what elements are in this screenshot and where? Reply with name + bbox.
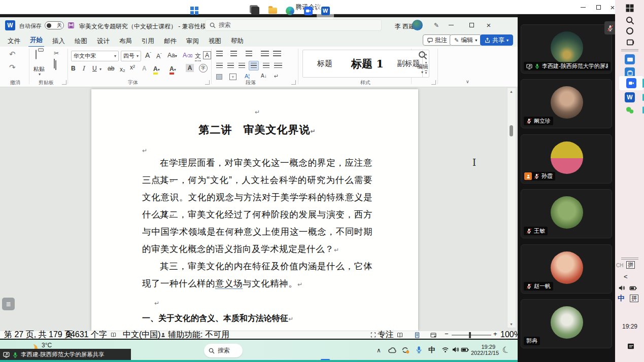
paste-button[interactable] — [36, 50, 37, 59]
inking-pen-icon[interactable]: ✎ — [431, 21, 442, 30]
sort-button[interactable]: A↓ — [261, 73, 267, 79]
styles-dialog-launcher[interactable] — [431, 80, 436, 85]
web-layout-icon[interactable] — [430, 332, 436, 338]
align-center-button[interactable] — [227, 63, 234, 68]
search-input[interactable]: 搜索 — [205, 19, 382, 31]
cut-button[interactable]: ✂ — [54, 50, 59, 57]
taskbar-file-explorer[interactable] — [264, 2, 281, 19]
strikethrough-button[interactable]: ab — [108, 65, 114, 72]
autosave-toggle[interactable]: 关 — [45, 21, 64, 29]
focus-mode[interactable]: 专注 — [378, 331, 394, 338]
undo-button[interactable]: ↶ — [9, 50, 16, 59]
language-indicator[interactable]: 中文(中国) — [123, 331, 161, 338]
paragraph-dialog-launcher[interactable] — [291, 80, 296, 85]
taskbar-tencent-meeting[interactable] — [299, 2, 317, 19]
borders-button[interactable]: + — [229, 74, 236, 80]
superscript-button[interactable]: x² — [130, 64, 135, 71]
sync-icon[interactable] — [401, 346, 410, 354]
zoom-out-button[interactable]: − — [445, 331, 449, 338]
shading-button[interactable] — [216, 74, 222, 80]
editing-group-button[interactable]: 编辑 — [417, 63, 428, 70]
zoom-slider-thumb[interactable] — [469, 332, 471, 338]
decrease-indent-button[interactable] — [261, 51, 269, 56]
grow-font-button[interactable]: Aˆ — [145, 51, 151, 59]
speaker-icon[interactable] — [452, 346, 459, 353]
multilevel-list-button[interactable] — [246, 51, 252, 56]
onedrive-cloud-icon[interactable] — [388, 346, 397, 355]
participant-tile[interactable]: 李西建-陕西师范大学的屏幕共享 — [521, 24, 612, 74]
align-right-button[interactable] — [239, 63, 245, 68]
asian-layout-button[interactable]: A¦ — [245, 73, 250, 79]
enclose-characters-button[interactable]: 字 — [199, 64, 208, 73]
shrink-font-button[interactable]: Aˇ — [156, 52, 162, 60]
task-view-icon[interactable] — [626, 38, 634, 47]
font-color-button[interactable]: A▾ — [170, 64, 176, 73]
save-icon[interactable] — [67, 22, 75, 29]
ime-ch-indicator[interactable]: CH — [616, 263, 623, 268]
taskbar-search[interactable]: 搜索 — [204, 344, 243, 357]
tab-layout[interactable]: 布局 — [118, 35, 133, 47]
mail-app-button[interactable] — [625, 54, 635, 64]
wechat-app-button[interactable] — [625, 105, 635, 116]
tab-insert[interactable]: 插入 — [51, 35, 66, 47]
participant-tile[interactable]: 王敏 — [521, 189, 612, 238]
ime-mode-indicator[interactable]: 中 — [428, 347, 435, 353]
speaker-icon[interactable] — [618, 284, 625, 292]
editing-find-icon[interactable] — [418, 51, 427, 60]
highlight-button[interactable]: A▾ — [153, 64, 160, 73]
taskbar-clock[interactable]: 19:29 2022/12/15 — [471, 344, 495, 356]
tab-file[interactable]: 文件 — [6, 35, 22, 47]
copy-button[interactable] — [54, 59, 55, 68]
underline-chevron-icon[interactable]: ▾ — [99, 67, 101, 71]
notification-center-icon[interactable] — [627, 342, 635, 350]
wifi-icon[interactable] — [442, 346, 449, 353]
word-count[interactable]: 94631 个字 — [66, 331, 107, 338]
font-dialog-launcher[interactable] — [205, 80, 210, 85]
screen-share-banner[interactable]: 李西建-陕西师范大学的屏幕共享 — [0, 349, 131, 360]
edit-mode-button[interactable]: ✎ 编辑 ▾ — [450, 34, 482, 46]
ime-pinyin-badge[interactable]: 拼 — [626, 261, 635, 269]
word-restore-button[interactable] — [465, 19, 478, 30]
participant-tile[interactable]: 赵一帆 — [521, 244, 612, 294]
tab-design[interactable]: 设计 — [95, 35, 111, 47]
taskbar-word-active[interactable]: W — [317, 2, 334, 19]
italic-button[interactable]: I — [82, 65, 85, 72]
font-name-select[interactable]: 华文中宋 ▾ — [71, 51, 119, 61]
read-mode-icon[interactable] — [397, 332, 403, 338]
proofing-icon[interactable] — [111, 332, 116, 338]
share-button[interactable]: 共享 ▾ — [480, 34, 513, 46]
zoom-slider-track[interactable] — [452, 335, 491, 336]
word-app-button[interactable]: W — [625, 92, 635, 102]
word-close-button[interactable]: × — [482, 19, 495, 30]
gallery-expand-icon[interactable]: ▼ — [425, 70, 428, 75]
bullets-button[interactable] — [216, 51, 223, 56]
word-user-avatar[interactable] — [412, 20, 423, 30]
meeting-minimize-button[interactable] — [577, 2, 590, 13]
zoom-in-button[interactable]: + — [493, 331, 497, 338]
tab-help[interactable]: 帮助 — [229, 35, 245, 47]
microphone-tray-icon[interactable] — [415, 346, 423, 353]
style-heading1[interactable]: 标题 1 — [345, 50, 390, 78]
ime-zhong-indicator[interactable]: 中 — [618, 294, 625, 303]
search-icon[interactable] — [626, 16, 634, 25]
redo-button[interactable]: ↷ — [9, 63, 16, 72]
tray-expand-chevron[interactable]: ∧ — [377, 347, 381, 353]
vertical-scrollbar[interactable] — [507, 88, 516, 328]
meeting-restore-button[interactable] — [592, 2, 605, 13]
distribute-button[interactable] — [263, 63, 269, 68]
scrollbar-down-icon[interactable]: ▼ — [510, 322, 513, 326]
para-marks-button[interactable]: ↵ — [274, 73, 279, 80]
ime-pinyin-badge[interactable]: 拼 — [630, 295, 638, 302]
increase-indent-button[interactable] — [273, 51, 281, 56]
style-title[interactable]: 标题 — [309, 50, 341, 78]
mic-muted-float-button[interactable] — [604, 21, 616, 34]
taskbar-task-view[interactable] — [247, 2, 264, 19]
participant-tile[interactable]: 孙霞 — [521, 134, 612, 184]
tab-draw[interactable]: 绘图 — [73, 35, 89, 47]
word-minimize-button[interactable] — [445, 19, 458, 30]
line-spacing-button[interactable] — [274, 63, 282, 68]
text-effects-button[interactable]: A — [142, 65, 147, 72]
scrollbar-up-icon[interactable]: ▲ — [510, 90, 513, 93]
tab-references[interactable]: 引用 — [140, 35, 156, 47]
battery-icon[interactable] — [629, 284, 637, 292]
